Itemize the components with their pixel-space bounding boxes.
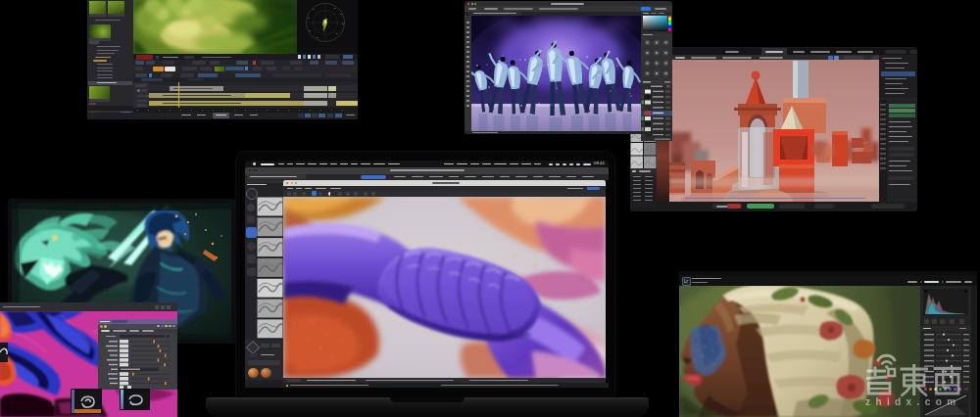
svg-text:zhidx.com: zhidx.com [865, 396, 961, 407]
